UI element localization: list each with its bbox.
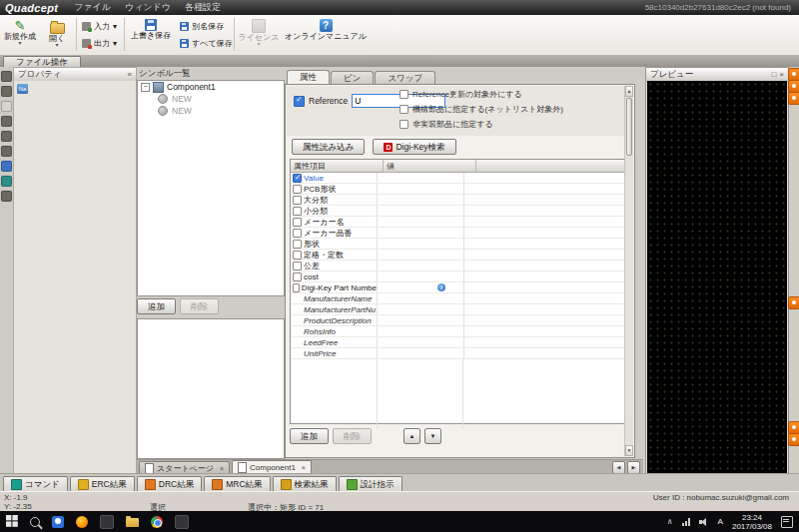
table-row[interactable]: RohsInfo (291, 326, 626, 337)
save-as-button[interactable]: 別名保存 (178, 19, 226, 34)
table-row[interactable]: ManufacturerName (291, 293, 626, 304)
table-row[interactable]: メーカー名 (291, 217, 626, 228)
tab-swap[interactable]: スワップ (375, 71, 435, 85)
attr-value-cell[interactable] (378, 206, 464, 216)
online-manual-button[interactable]: ? オンラインマニュアル (284, 17, 368, 54)
option-checkbox[interactable] (400, 120, 408, 129)
symbol-add-button[interactable]: 追加 (137, 298, 176, 314)
overwrite-save-button[interactable]: 上書き保存 (128, 17, 174, 54)
attr-value-cell[interactable] (378, 217, 464, 227)
close-icon[interactable]: × (302, 464, 306, 471)
tree-item-symbol[interactable]: NEW (138, 93, 284, 105)
globe-tool-icon[interactable] (1, 161, 12, 172)
file-explorer-icon[interactable] (126, 518, 139, 527)
tab-attributes[interactable]: 属性 (287, 70, 330, 85)
window-tool-icon[interactable] (1, 71, 12, 82)
digikey-search-button[interactable]: D Digi-Key検索 (373, 139, 455, 155)
tab-erc-results[interactable]: ERC結果 (70, 476, 135, 492)
row-checkbox[interactable] (293, 272, 302, 281)
pin-icon[interactable]: □ (771, 71, 776, 79)
grid-tool-icon[interactable] (1, 131, 12, 142)
input-button[interactable]: 入力 ▾ (80, 19, 119, 34)
row-checkbox[interactable] (293, 207, 302, 216)
row-checkbox[interactable] (293, 218, 302, 227)
overlay-capture-icon[interactable] (788, 296, 799, 309)
collapse-panel-icon[interactable]: « (128, 71, 132, 79)
scroll-down-icon[interactable]: ▼ (625, 445, 633, 456)
ime-language-indicator[interactable]: A (718, 517, 723, 526)
tab-component1[interactable]: Component1 × (232, 460, 312, 474)
action-center-icon[interactable] (781, 516, 793, 528)
row-checkbox[interactable] (293, 185, 302, 194)
tab-design-instructions[interactable]: 設計指示 (339, 476, 402, 492)
row-checkbox[interactable] (293, 174, 302, 183)
scroll-up-icon[interactable]: ▲ (625, 86, 633, 97)
table-row[interactable]: 小分類 (291, 206, 626, 217)
row-checkbox[interactable] (293, 240, 302, 249)
move-up-icon[interactable]: ▲ (403, 428, 420, 444)
measure-tool-icon[interactable] (1, 146, 12, 157)
table-row-digikey[interactable]: Digi-Key Part Numbe i (291, 282, 626, 293)
row-checkbox[interactable] (293, 283, 300, 292)
table-tool-icon[interactable] (1, 86, 12, 97)
attr-value-cell[interactable] (378, 250, 464, 260)
menu-settings[interactable]: 各種設定 (185, 1, 221, 14)
close-icon[interactable]: × (220, 465, 224, 472)
row-checkbox[interactable] (293, 229, 302, 238)
column-header-extra[interactable] (476, 160, 626, 172)
row-checkbox[interactable] (293, 251, 302, 260)
windows-start-icon[interactable] (6, 515, 18, 529)
menu-file[interactable]: ファイル (74, 1, 111, 14)
misc-tool-icon[interactable] (1, 191, 12, 202)
new-button[interactable]: ✎ 新規作成 ▾ (2, 17, 38, 54)
save-all-button[interactable]: すべて保存 (178, 36, 235, 51)
search-icon[interactable] (30, 517, 40, 527)
attr-value-cell[interactable] (378, 293, 464, 303)
tab-drc-results[interactable]: DRC結果 (137, 476, 202, 492)
close-icon[interactable]: × (779, 71, 784, 79)
overlay-capture-icon[interactable] (788, 92, 799, 105)
page-tool-icon[interactable] (1, 101, 12, 112)
option-unmounted-part[interactable]: 非実装部品に指定する (400, 119, 563, 130)
column-header-value[interactable]: 値 (384, 160, 476, 172)
table-row[interactable]: cost (291, 271, 626, 282)
info-icon[interactable]: i (437, 283, 445, 291)
table-row[interactable]: 形状 (291, 239, 626, 250)
app-icon[interactable] (175, 515, 189, 529)
attr-value-cell[interactable] (378, 348, 464, 358)
attr-value-cell[interactable] (378, 271, 464, 281)
overlay-capture-icon[interactable] (788, 433, 799, 446)
tab-pins[interactable]: ピン (331, 71, 374, 85)
column-header-name[interactable]: 属性項目 (291, 160, 384, 172)
tree-expander-icon[interactable]: − (141, 83, 150, 92)
move-down-icon[interactable]: ▼ (424, 428, 441, 444)
table-row[interactable]: メーカー品番 (291, 228, 626, 239)
table-row[interactable]: PCB形状 (291, 184, 626, 195)
table-row[interactable]: 大分類 (291, 195, 626, 206)
row-checkbox[interactable] (293, 262, 302, 270)
tab-search-results[interactable]: 検索結果 (273, 476, 337, 492)
preview-canvas[interactable] (647, 81, 787, 473)
table-row[interactable]: LeedFree (291, 337, 626, 348)
scrollbar-thumb[interactable] (626, 98, 632, 156)
table-row[interactable]: UnitPrice (291, 348, 626, 359)
chrome-icon[interactable] (151, 516, 163, 528)
option-mechanical-part[interactable]: 機構部品に指定する(ネットリスト対象外) (400, 104, 563, 115)
attr-value-cell[interactable] (378, 315, 464, 325)
table-row[interactable]: ProductDescription (291, 315, 626, 326)
attr-value-cell[interactable]: i (378, 282, 464, 292)
open-button[interactable]: 開く ▾ (42, 17, 72, 54)
tree-item-component[interactable]: − Component1 (138, 81, 284, 93)
attr-value-cell[interactable] (378, 228, 464, 238)
table-row[interactable]: ManufacturerPartNu (291, 304, 626, 315)
output-button[interactable]: 出力 ▾ (80, 36, 119, 51)
layers-tool-icon[interactable] (1, 116, 12, 127)
people-app-icon[interactable] (52, 516, 64, 528)
clock[interactable]: 23:24 2017/03/08 (732, 513, 772, 531)
firefox-icon[interactable] (76, 516, 88, 528)
volume-icon[interactable] (699, 518, 709, 526)
attr-scrollbar[interactable]: ▲ ▼ (624, 86, 633, 456)
row-checkbox[interactable] (293, 196, 302, 205)
settings-gear-icon[interactable] (1, 176, 12, 187)
network-icon[interactable] (682, 518, 690, 526)
